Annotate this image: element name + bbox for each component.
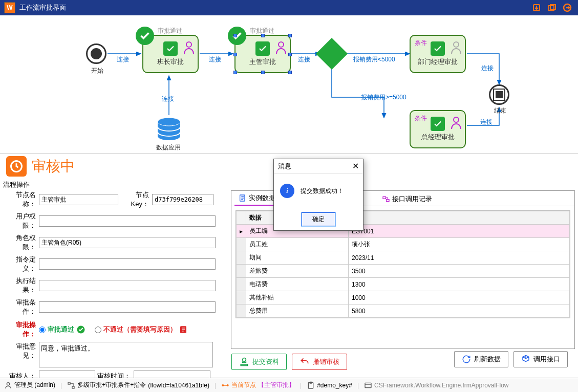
task-node-1[interactable]: 审批通过 班长审批	[142, 35, 199, 73]
task-node-2[interactable]: 审批通过 主管审批	[234, 35, 291, 73]
submit-button[interactable]: 提交资料	[231, 354, 287, 370]
node-name-input[interactable]	[39, 194, 118, 205]
approve-cond-label: 审批条件：	[3, 298, 39, 316]
dialog-title: 消息	[278, 162, 291, 171]
end-label: 结束	[494, 106, 506, 115]
edge-label-cond: 报销费用>=5000	[361, 93, 406, 102]
api-icon	[382, 195, 390, 203]
clipboard-icon	[307, 381, 315, 389]
invoke-button[interactable]: 调用接口	[513, 351, 568, 367]
cmd-def-input[interactable]	[39, 258, 216, 270]
approve-pass-option[interactable]: 审批通过	[39, 325, 85, 334]
condition-tag: 条件	[415, 114, 427, 123]
doc-icon	[239, 194, 247, 202]
message-dialog: 消息 ✕ i 提交数据成功！ 确定	[273, 159, 363, 231]
svg-rect-20	[387, 200, 389, 202]
svg-rect-23	[68, 382, 70, 384]
undo-icon	[299, 357, 310, 367]
user-icon	[451, 41, 462, 54]
status-text: 审核中	[32, 157, 75, 176]
clock-icon	[6, 156, 27, 177]
svg-point-21	[242, 358, 246, 362]
dialog-message: 提交数据成功！	[301, 187, 344, 195]
sb-demo-key: #demo_key#	[307, 381, 352, 389]
flow-icon	[67, 381, 75, 389]
table-row[interactable]: 差旅费3500	[237, 265, 570, 278]
opinion-textarea[interactable]	[39, 342, 213, 367]
svg-point-12	[454, 117, 459, 122]
maximize-button[interactable]	[545, 1, 559, 14]
svg-point-26	[227, 384, 228, 386]
user-icon	[4, 381, 12, 389]
task-label: 总经理审批	[421, 133, 455, 142]
cmd-def-label: 指令定义：	[3, 255, 39, 273]
database-node[interactable]	[156, 117, 182, 142]
svg-point-9	[186, 42, 191, 47]
role-perm-input[interactable]	[39, 237, 216, 248]
table-row[interactable]: 其他补贴1000	[237, 291, 570, 304]
dialog-close-button[interactable]: ✕	[352, 161, 359, 171]
sb-form-name: CSFramework.Workflow.Engine.frmApprovalF…	[364, 381, 509, 389]
dialog-ok-button[interactable]: 确定	[302, 212, 335, 226]
approve-fail-radio[interactable]	[95, 326, 101, 333]
node-key-input[interactable]	[152, 194, 213, 205]
svg-rect-24	[72, 386, 74, 388]
app-logo: W	[4, 2, 15, 13]
edge-label: 连接	[117, 55, 129, 64]
task-node-4[interactable]: 条件 总经理审批	[410, 110, 466, 148]
edge-label: 连接	[162, 95, 174, 103]
user-perm-input[interactable]	[39, 215, 216, 227]
approve-fail-option[interactable]: 不通过（需要填写原因）	[95, 325, 188, 334]
close-button[interactable]	[561, 1, 574, 14]
svg-point-22	[7, 382, 9, 385]
revoke-button[interactable]: 撤销审核	[292, 354, 347, 370]
opinion-label: 审批意见：	[3, 342, 39, 360]
workflow-canvas[interactable]: 开始 连接 审批通过 班长审批 连接 审批通过 主管审批 连接 报销费用<500…	[0, 15, 578, 154]
edge-label: 连接	[209, 55, 221, 64]
start-label: 开始	[91, 67, 103, 75]
window-icon	[364, 381, 372, 389]
tab-instance-data[interactable]: 实例数据	[234, 191, 280, 206]
exec-result-label: 执行结果：	[3, 276, 39, 295]
exec-result-input[interactable]	[39, 280, 216, 291]
user-icon	[451, 116, 462, 129]
info-icon: i	[280, 184, 294, 198]
cube-icon	[521, 355, 530, 364]
table-row[interactable]: 期间2023/11	[237, 251, 570, 265]
table-row[interactable]: 总费用5800	[237, 304, 570, 318]
user-perm-label: 用户权限：	[3, 212, 39, 230]
sb-current-node: 当前节点 【主管审批】	[221, 381, 295, 389]
start-node[interactable]	[86, 43, 106, 64]
approve-pass-radio[interactable]	[39, 326, 46, 333]
sb-user: 管理员 (admin)	[4, 381, 55, 389]
grid-col-val	[349, 211, 570, 225]
task-node-3[interactable]: 条件 部门经理审批	[410, 35, 466, 73]
minimize-button[interactable]	[530, 1, 543, 14]
edge-label: 连接	[298, 55, 310, 64]
sb-flow: 多级审批+审批条件+指令 (flowId=fa10461a1bfe)	[67, 381, 209, 389]
check-circle-icon	[76, 325, 85, 334]
db-label: 数据应用	[156, 143, 181, 152]
stamp-icon	[239, 357, 249, 367]
check-icon	[228, 27, 246, 45]
edge-label: 连接	[481, 64, 494, 73]
task-label: 部门经理审批	[418, 57, 458, 67]
svg-point-11	[454, 42, 459, 47]
form-panel: 节点名称： 节点Key： 用户权限： 角色权限： 指令定义： 执行结果： 审批条…	[3, 190, 231, 349]
approve-op-label: 审批操作：	[3, 320, 39, 339]
refresh-icon	[462, 355, 471, 364]
table-row[interactable]: 电话费1300	[237, 278, 570, 291]
svg-point-25	[222, 384, 224, 386]
pass-label: 审批通过	[158, 27, 182, 35]
note-icon	[179, 325, 188, 334]
node-name-label: 节点名称：	[3, 190, 39, 209]
statusbar: 管理员 (admin) | 多级审批+审批条件+指令 (flowId=fa104…	[0, 378, 578, 392]
approve-cond-input[interactable]	[39, 301, 216, 313]
end-node[interactable]	[489, 84, 509, 105]
refresh-button[interactable]: 刷新数据	[454, 351, 508, 367]
svg-rect-19	[383, 197, 386, 199]
table-row[interactable]: 员工姓项小张	[237, 238, 570, 251]
user-icon	[183, 41, 195, 54]
tab-api-log[interactable]: 接口调用记录	[378, 192, 436, 206]
task-label: 主管审批	[249, 57, 276, 67]
